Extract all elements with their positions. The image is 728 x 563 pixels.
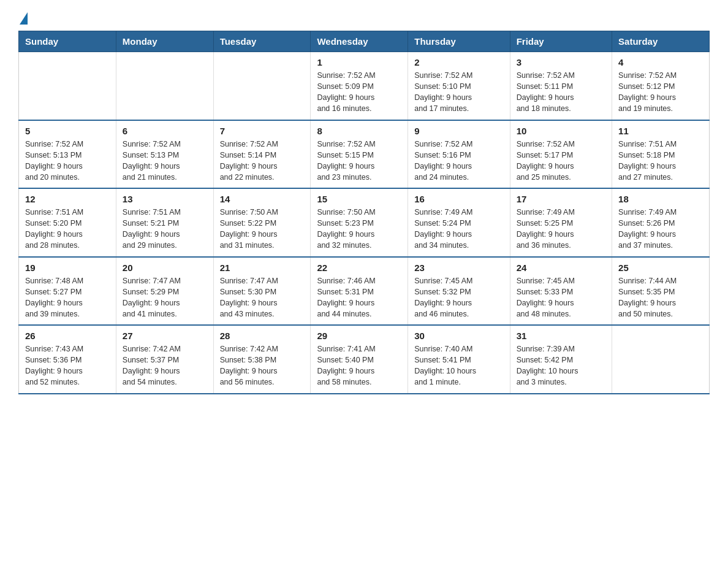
calendar-cell: 26Sunrise: 7:43 AM Sunset: 5:36 PM Dayli…	[19, 325, 116, 394]
calendar-cell: 13Sunrise: 7:51 AM Sunset: 5:21 PM Dayli…	[116, 188, 213, 257]
day-info: Sunrise: 7:51 AM Sunset: 5:18 PM Dayligh…	[618, 139, 703, 183]
calendar-cell: 18Sunrise: 7:49 AM Sunset: 5:26 PM Dayli…	[612, 188, 710, 257]
day-info: Sunrise: 7:41 AM Sunset: 5:40 PM Dayligh…	[317, 343, 401, 388]
day-info: Sunrise: 7:47 AM Sunset: 5:30 PM Dayligh…	[220, 275, 305, 320]
day-number: 13	[123, 194, 207, 204]
day-number: 23	[414, 262, 503, 273]
calendar-cell: 9Sunrise: 7:52 AM Sunset: 5:16 PM Daylig…	[408, 120, 510, 189]
calendar-cell: 22Sunrise: 7:46 AM Sunset: 5:31 PM Dayli…	[311, 257, 408, 326]
calendar-cell: 7Sunrise: 7:52 AM Sunset: 5:14 PM Daylig…	[213, 120, 311, 189]
day-info: Sunrise: 7:52 AM Sunset: 5:09 PM Dayligh…	[317, 70, 401, 115]
day-number: 11	[618, 126, 703, 136]
day-number: 20	[123, 262, 207, 273]
day-info: Sunrise: 7:52 AM Sunset: 5:15 PM Dayligh…	[317, 139, 401, 183]
calendar-cell: 31Sunrise: 7:39 AM Sunset: 5:42 PM Dayli…	[510, 325, 612, 394]
day-number: 15	[317, 194, 401, 204]
logo	[18, 12, 28, 25]
calendar-header-row: SundayMondayTuesdayWednesdayThursdayFrid…	[19, 31, 710, 52]
day-info: Sunrise: 7:45 AM Sunset: 5:32 PM Dayligh…	[414, 275, 503, 320]
day-info: Sunrise: 7:52 AM Sunset: 5:11 PM Dayligh…	[517, 70, 605, 115]
calendar-table: SundayMondayTuesdayWednesdayThursdayFrid…	[18, 31, 710, 394]
day-info: Sunrise: 7:52 AM Sunset: 5:17 PM Dayligh…	[517, 139, 605, 183]
calendar-cell: 28Sunrise: 7:42 AM Sunset: 5:38 PM Dayli…	[213, 325, 311, 394]
day-number: 6	[123, 126, 207, 136]
calendar-cell	[19, 52, 116, 120]
day-number: 8	[317, 126, 401, 136]
calendar-cell: 17Sunrise: 7:49 AM Sunset: 5:25 PM Dayli…	[510, 188, 612, 257]
day-number: 14	[220, 194, 305, 204]
day-info: Sunrise: 7:42 AM Sunset: 5:37 PM Dayligh…	[123, 343, 207, 388]
calendar-cell: 12Sunrise: 7:51 AM Sunset: 5:20 PM Dayli…	[19, 188, 116, 257]
calendar-cell: 2Sunrise: 7:52 AM Sunset: 5:10 PM Daylig…	[408, 52, 510, 120]
day-info: Sunrise: 7:43 AM Sunset: 5:36 PM Dayligh…	[25, 343, 110, 388]
calendar-cell: 23Sunrise: 7:45 AM Sunset: 5:32 PM Dayli…	[408, 257, 510, 326]
calendar-cell: 11Sunrise: 7:51 AM Sunset: 5:18 PM Dayli…	[612, 120, 710, 189]
calendar-cell: 16Sunrise: 7:49 AM Sunset: 5:24 PM Dayli…	[408, 188, 510, 257]
day-info: Sunrise: 7:52 AM Sunset: 5:13 PM Dayligh…	[25, 139, 110, 183]
day-info: Sunrise: 7:39 AM Sunset: 5:42 PM Dayligh…	[517, 343, 605, 388]
day-number: 24	[517, 262, 605, 273]
day-info: Sunrise: 7:47 AM Sunset: 5:29 PM Dayligh…	[123, 275, 207, 320]
calendar-cell: 24Sunrise: 7:45 AM Sunset: 5:33 PM Dayli…	[510, 257, 612, 326]
day-number: 28	[220, 331, 305, 341]
day-info: Sunrise: 7:45 AM Sunset: 5:33 PM Dayligh…	[517, 275, 605, 320]
day-info: Sunrise: 7:49 AM Sunset: 5:24 PM Dayligh…	[414, 207, 503, 251]
calendar-cell: 30Sunrise: 7:40 AM Sunset: 5:41 PM Dayli…	[408, 325, 510, 394]
calendar-cell: 5Sunrise: 7:52 AM Sunset: 5:13 PM Daylig…	[19, 120, 116, 189]
calendar-cell: 27Sunrise: 7:42 AM Sunset: 5:37 PM Dayli…	[116, 325, 213, 394]
day-number: 30	[414, 331, 503, 341]
calendar-cell: 1Sunrise: 7:52 AM Sunset: 5:09 PM Daylig…	[311, 52, 408, 120]
day-info: Sunrise: 7:40 AM Sunset: 5:41 PM Dayligh…	[414, 343, 503, 388]
calendar-cell: 19Sunrise: 7:48 AM Sunset: 5:27 PM Dayli…	[19, 257, 116, 326]
day-number: 7	[220, 126, 305, 136]
day-info: Sunrise: 7:44 AM Sunset: 5:35 PM Dayligh…	[618, 275, 703, 320]
day-info: Sunrise: 7:50 AM Sunset: 5:22 PM Dayligh…	[220, 207, 305, 251]
day-number: 19	[25, 262, 110, 273]
day-number: 16	[414, 194, 503, 204]
day-info: Sunrise: 7:52 AM Sunset: 5:10 PM Dayligh…	[414, 70, 503, 115]
day-number: 25	[618, 262, 703, 273]
day-number: 26	[25, 331, 110, 341]
day-number: 12	[25, 194, 110, 204]
page-header	[18, 12, 710, 25]
day-info: Sunrise: 7:52 AM Sunset: 5:16 PM Dayligh…	[414, 139, 503, 183]
calendar-cell: 15Sunrise: 7:50 AM Sunset: 5:23 PM Dayli…	[311, 188, 408, 257]
calendar-week-row: 5Sunrise: 7:52 AM Sunset: 5:13 PM Daylig…	[19, 120, 710, 189]
day-info: Sunrise: 7:46 AM Sunset: 5:31 PM Dayligh…	[317, 275, 401, 320]
calendar-header-friday: Friday	[510, 31, 612, 52]
calendar-week-row: 26Sunrise: 7:43 AM Sunset: 5:36 PM Dayli…	[19, 325, 710, 394]
day-info: Sunrise: 7:51 AM Sunset: 5:21 PM Dayligh…	[123, 207, 207, 251]
day-info: Sunrise: 7:49 AM Sunset: 5:25 PM Dayligh…	[517, 207, 605, 251]
day-number: 10	[517, 126, 605, 136]
calendar-header-saturday: Saturday	[612, 31, 710, 52]
day-info: Sunrise: 7:42 AM Sunset: 5:38 PM Dayligh…	[220, 343, 305, 388]
calendar-cell: 6Sunrise: 7:52 AM Sunset: 5:13 PM Daylig…	[116, 120, 213, 189]
calendar-cell: 8Sunrise: 7:52 AM Sunset: 5:15 PM Daylig…	[311, 120, 408, 189]
day-number: 5	[25, 126, 110, 136]
calendar-header-monday: Monday	[116, 31, 213, 52]
day-number: 2	[414, 57, 503, 67]
calendar-week-row: 1Sunrise: 7:52 AM Sunset: 5:09 PM Daylig…	[19, 52, 710, 120]
day-info: Sunrise: 7:48 AM Sunset: 5:27 PM Dayligh…	[25, 275, 110, 320]
day-number: 1	[317, 57, 401, 67]
calendar-header-thursday: Thursday	[408, 31, 510, 52]
calendar-cell: 14Sunrise: 7:50 AM Sunset: 5:22 PM Dayli…	[213, 188, 311, 257]
calendar-week-row: 12Sunrise: 7:51 AM Sunset: 5:20 PM Dayli…	[19, 188, 710, 257]
calendar-header-sunday: Sunday	[19, 31, 116, 52]
day-number: 9	[414, 126, 503, 136]
calendar-header-tuesday: Tuesday	[213, 31, 311, 52]
day-number: 3	[517, 57, 605, 67]
day-number: 29	[317, 331, 401, 341]
day-info: Sunrise: 7:51 AM Sunset: 5:20 PM Dayligh…	[25, 207, 110, 251]
day-info: Sunrise: 7:49 AM Sunset: 5:26 PM Dayligh…	[618, 207, 703, 251]
calendar-cell	[612, 325, 710, 394]
calendar-cell	[116, 52, 213, 120]
calendar-cell	[213, 52, 311, 120]
calendar-header-wednesday: Wednesday	[311, 31, 408, 52]
day-info: Sunrise: 7:50 AM Sunset: 5:23 PM Dayligh…	[317, 207, 401, 251]
day-number: 4	[618, 57, 703, 67]
day-info: Sunrise: 7:52 AM Sunset: 5:12 PM Dayligh…	[618, 70, 703, 115]
calendar-cell: 21Sunrise: 7:47 AM Sunset: 5:30 PM Dayli…	[213, 257, 311, 326]
calendar-cell: 3Sunrise: 7:52 AM Sunset: 5:11 PM Daylig…	[510, 52, 612, 120]
day-info: Sunrise: 7:52 AM Sunset: 5:14 PM Dayligh…	[220, 139, 305, 183]
